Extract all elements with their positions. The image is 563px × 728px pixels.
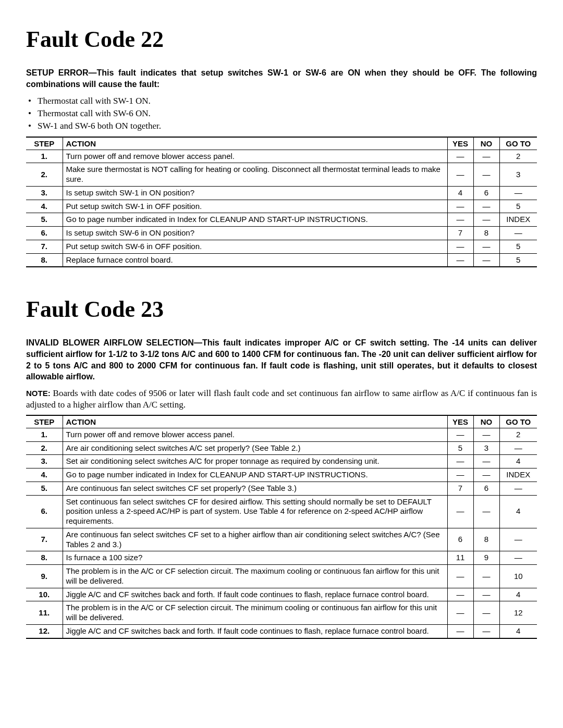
- note-body: Boards with date codes of 9506 or later …: [26, 388, 537, 410]
- table-row: 11.The problem is in the A/C or CF selec…: [26, 601, 537, 625]
- yes-cell: —: [447, 468, 473, 482]
- no-cell: —: [473, 253, 499, 267]
- action-cell: Turn power off and remove blower access …: [63, 428, 447, 441]
- table-row: 6.Is setup switch SW-6 in ON position?78…: [26, 227, 537, 240]
- action-cell: Replace furnace control board.: [63, 253, 447, 267]
- table-row: 3.Set air conditioning select switches A…: [26, 455, 537, 468]
- step-cell: 6.: [26, 227, 63, 240]
- action-cell: Turn power off and remove blower access …: [63, 150, 447, 163]
- cause-item: Thermostat call with SW-1 ON.: [38, 95, 537, 107]
- yes-cell: —: [447, 495, 473, 528]
- action-cell: Go to page number indicated in Index for…: [63, 468, 447, 482]
- no-cell: 6: [473, 482, 499, 495]
- step-cell: 10.: [26, 588, 63, 601]
- goto-cell: 4: [499, 455, 537, 468]
- no-cell: —: [473, 468, 499, 482]
- th-no: NO: [473, 137, 499, 150]
- table-row: 4.Go to page number indicated in Index f…: [26, 468, 537, 482]
- yes-cell: —: [447, 213, 473, 227]
- yes-cell: 6: [447, 528, 473, 551]
- goto-cell: 2: [499, 150, 537, 163]
- step-cell: 1.: [26, 428, 63, 441]
- step-cell: 8.: [26, 253, 63, 267]
- action-cell: Jiggle A/C and CF switches back and fort…: [63, 588, 447, 601]
- yes-cell: 7: [447, 482, 473, 495]
- goto-cell: 5: [499, 200, 537, 213]
- th-action: ACTION: [63, 137, 447, 150]
- goto-cell: 2: [499, 428, 537, 441]
- table-row: 3.Is setup switch SW-1 in ON position?46…: [26, 186, 537, 200]
- cause-item: Thermostat call with SW-6 ON.: [38, 107, 537, 120]
- th-yes: YES: [447, 137, 473, 150]
- action-cell: Put setup switch SW-1 in OFF position.: [63, 200, 447, 213]
- th-goto: GO TO: [499, 415, 537, 428]
- action-cell: The problem is in the A/C or CF selectio…: [63, 565, 447, 588]
- no-cell: —: [473, 624, 499, 638]
- table-row: 5.Go to page number indicated in Index f…: [26, 213, 537, 227]
- yes-cell: —: [447, 150, 473, 163]
- yes-cell: 11: [447, 551, 473, 565]
- action-cell: Make sure thermostat is NOT calling for …: [63, 163, 447, 187]
- goto-cell: 4: [499, 588, 537, 601]
- th-action: ACTION: [63, 415, 447, 428]
- no-cell: —: [473, 565, 499, 588]
- yes-cell: —: [447, 428, 473, 441]
- fc23-table: STEP ACTION YES NO GO TO 1.Turn power of…: [26, 415, 537, 639]
- goto-cell: 4: [499, 495, 537, 528]
- no-cell: —: [473, 163, 499, 187]
- step-cell: 3.: [26, 186, 63, 200]
- table-row: 4.Put setup switch SW-1 in OFF position.…: [26, 200, 537, 213]
- table-row: 5.Are continuous fan select switches CF …: [26, 482, 537, 495]
- table-row: 2.Are air conditioning select switches A…: [26, 441, 537, 455]
- table-row: 6.Set continuous fan select switches CF …: [26, 495, 537, 528]
- goto-cell: —: [499, 227, 537, 240]
- no-cell: 9: [473, 551, 499, 565]
- step-cell: 2.: [26, 163, 63, 187]
- goto-cell: 3: [499, 163, 537, 187]
- yes-cell: —: [447, 163, 473, 187]
- action-cell: Set air conditioning select switches A/C…: [63, 455, 447, 468]
- action-cell: Is furnace a 100 size?: [63, 551, 447, 565]
- fc22-table: STEP ACTION YES NO GO TO 1.Turn power of…: [26, 137, 537, 268]
- goto-cell: INDEX: [499, 468, 537, 482]
- yes-cell: —: [447, 565, 473, 588]
- yes-cell: —: [447, 455, 473, 468]
- no-cell: 8: [473, 227, 499, 240]
- action-cell: Put setup switch SW-6 in OFF position.: [63, 240, 447, 253]
- no-cell: —: [473, 588, 499, 601]
- table-row: 8.Is furnace a 100 size?119—: [26, 551, 537, 565]
- step-cell: 3.: [26, 455, 63, 468]
- fc22-intro: SETUP ERROR—This fault indicates that se…: [26, 67, 537, 90]
- no-cell: —: [473, 240, 499, 253]
- cause-item: SW-1 and SW-6 both ON together.: [38, 120, 537, 132]
- table-row: 9.The problem is in the A/C or CF select…: [26, 565, 537, 588]
- no-cell: —: [473, 428, 499, 441]
- step-cell: 1.: [26, 150, 63, 163]
- step-cell: 5.: [26, 482, 63, 495]
- yes-cell: —: [447, 240, 473, 253]
- step-cell: 4.: [26, 200, 63, 213]
- step-cell: 8.: [26, 551, 63, 565]
- action-cell: Set continuous fan select switches CF fo…: [63, 495, 447, 528]
- note-label: NOTE:: [26, 389, 51, 398]
- yes-cell: —: [447, 601, 473, 625]
- goto-cell: —: [499, 551, 537, 565]
- goto-cell: 10: [499, 565, 537, 588]
- step-cell: 4.: [26, 468, 63, 482]
- step-cell: 12.: [26, 624, 63, 638]
- step-cell: 7.: [26, 528, 63, 551]
- goto-cell: —: [499, 186, 537, 200]
- table-row: 1.Turn power off and remove blower acces…: [26, 150, 537, 163]
- th-no: NO: [473, 415, 499, 428]
- no-cell: —: [473, 601, 499, 625]
- step-cell: 6.: [26, 495, 63, 528]
- goto-cell: —: [499, 528, 537, 551]
- yes-cell: —: [447, 588, 473, 601]
- table-row: 12.Jiggle A/C and CF switches back and f…: [26, 624, 537, 638]
- goto-cell: 4: [499, 624, 537, 638]
- fc23-note: NOTE: Boards with date codes of 9506 or …: [26, 388, 537, 411]
- no-cell: —: [473, 455, 499, 468]
- action-cell: Is setup switch SW-6 in ON position?: [63, 227, 447, 240]
- fault-code-23-title: Fault Code 23: [26, 296, 537, 323]
- fault-code-22-title: Fault Code 22: [26, 26, 537, 53]
